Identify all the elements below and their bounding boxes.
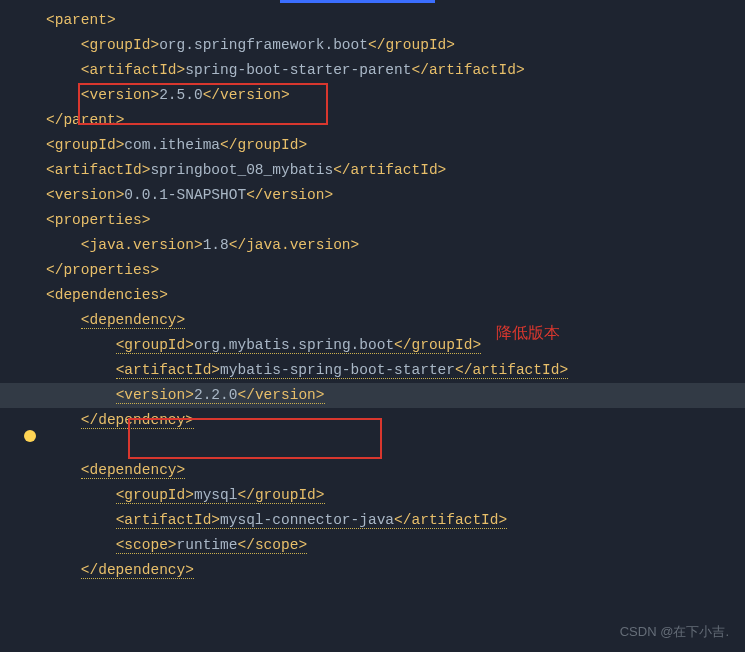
active-tab-indicator (280, 0, 435, 3)
code-line: </parent> (0, 108, 745, 133)
code-line: <version>2.5.0</version> (0, 83, 745, 108)
code-line: <parent> (0, 8, 745, 33)
code-line: <groupId>mysql</groupId> (0, 483, 745, 508)
code-line: </dependency> (0, 408, 745, 433)
watermark-text: CSDN @在下小吉. (620, 619, 729, 644)
annotation-text: 降低版本 (496, 320, 560, 345)
code-line: <version>0.0.1-SNAPSHOT</version> (0, 183, 745, 208)
code-line: <scope>runtime</scope> (0, 533, 745, 558)
code-line: <artifactId>springboot_08_mybatis</artif… (0, 158, 745, 183)
code-line: <properties> (0, 208, 745, 233)
code-line: <java.version>1.8</java.version> (0, 233, 745, 258)
lightbulb-icon[interactable] (24, 430, 36, 442)
code-line: <groupId>org.springframework.boot</group… (0, 33, 745, 58)
code-editor[interactable]: <parent> <groupId>org.springframework.bo… (0, 0, 745, 583)
code-line: <dependency> (0, 458, 745, 483)
code-line: <artifactId>spring-boot-starter-parent</… (0, 58, 745, 83)
code-line: </properties> (0, 258, 745, 283)
code-line: <artifactId>mybatis-spring-boot-starter<… (0, 358, 745, 383)
code-line: <groupId>com.itheima</groupId> (0, 133, 745, 158)
code-line: <dependencies> (0, 283, 745, 308)
code-line: <artifactId>mysql-connector-java</artifa… (0, 508, 745, 533)
code-line: <dependency> (0, 308, 745, 333)
code-line: </dependency> (0, 558, 745, 583)
code-line: <groupId>org.mybatis.spring.boot</groupI… (0, 333, 745, 358)
code-line (0, 433, 745, 458)
code-line-highlighted: <version>2.2.0</version> (0, 383, 745, 408)
